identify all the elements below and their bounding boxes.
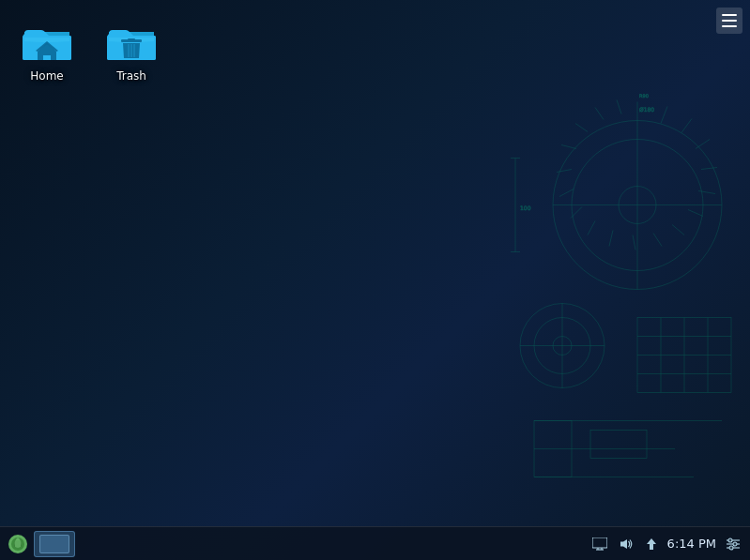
svg-rect-50	[128, 38, 135, 40]
taskbar-window-thumbnail	[39, 535, 69, 553]
desktop-icons-container: Home	[9, 9, 169, 86]
svg-rect-57	[592, 537, 607, 548]
blueprint-background: 100 Ø180 R90	[487, 0, 750, 560]
svg-line-8	[698, 191, 715, 194]
menu-line-1	[722, 14, 737, 16]
taskbar: 6:14 PM	[0, 526, 750, 560]
trash-folder-icon[interactable]: Trash	[94, 9, 169, 86]
svg-line-9	[688, 210, 703, 217]
svg-text:100: 100	[520, 204, 531, 211]
svg-line-7	[701, 168, 717, 170]
svg-line-21	[617, 100, 621, 114]
clock-display: 6:14 PM	[667, 537, 716, 551]
network-tray-icon[interactable]	[643, 536, 660, 552]
svg-text:R90: R90	[639, 93, 649, 98]
trash-folder-image	[105, 13, 158, 66]
svg-line-18	[561, 145, 576, 149]
menu-line-2	[722, 20, 737, 22]
volume-tray-icon[interactable]	[617, 536, 635, 552]
home-folder-image	[21, 13, 73, 66]
svg-rect-36	[590, 431, 647, 459]
svg-line-14	[588, 221, 595, 235]
svg-line-13	[609, 231, 613, 247]
menu-line-3	[722, 25, 737, 27]
svg-line-11	[653, 234, 662, 247]
svg-text:Ø180: Ø180	[639, 106, 654, 113]
svg-line-19	[575, 124, 588, 132]
svg-point-66	[728, 538, 732, 542]
desktop: 100 Ø180 R90	[0, 0, 750, 560]
svg-line-15	[571, 207, 582, 219]
settings-tray-icon[interactable]	[724, 536, 742, 552]
svg-point-68	[729, 546, 733, 550]
svg-line-20	[595, 108, 604, 120]
svg-line-4	[661, 107, 667, 124]
svg-line-16	[559, 189, 574, 197]
trash-icon-label: Trash	[116, 69, 146, 83]
home-folder-icon[interactable]: Home	[9, 9, 84, 86]
svg-marker-62	[647, 538, 656, 550]
system-clock[interactable]: 6:14 PM	[667, 537, 716, 551]
svg-point-67	[733, 542, 737, 546]
taskbar-left	[0, 530, 75, 558]
svg-line-10	[672, 225, 684, 235]
svg-marker-61	[620, 539, 627, 549]
home-icon-label: Home	[30, 69, 63, 83]
svg-line-6	[696, 140, 710, 149]
svg-line-12	[633, 235, 635, 250]
taskbar-window-button[interactable]	[34, 531, 75, 557]
svg-line-17	[557, 170, 572, 173]
start-button[interactable]	[4, 530, 32, 558]
monitor-tray-icon[interactable]	[590, 536, 609, 552]
taskbar-right: 6:14 PM	[590, 536, 750, 552]
desktop-menu-button[interactable]	[716, 8, 742, 34]
svg-line-5	[681, 119, 692, 133]
